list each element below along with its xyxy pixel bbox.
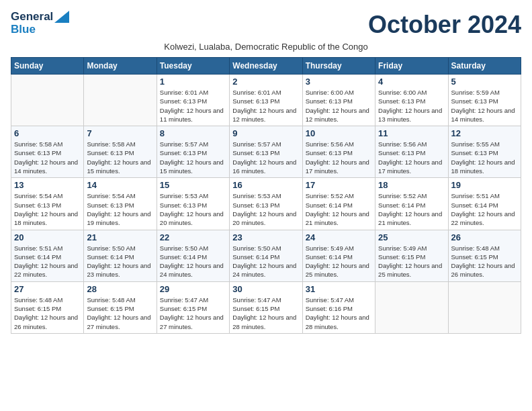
day-info: Sunrise: 5:57 AM Sunset: 6:13 PM Dayligh… bbox=[232, 140, 299, 175]
calendar-cell: 7Sunrise: 5:58 AM Sunset: 6:13 PM Daylig… bbox=[84, 126, 157, 178]
day-number: 16 bbox=[232, 180, 299, 190]
day-number: 4 bbox=[378, 77, 445, 87]
day-number: 8 bbox=[160, 128, 226, 138]
logo: General Blue bbox=[11, 11, 69, 36]
calendar-cell: 1Sunrise: 6:01 AM Sunset: 6:13 PM Daylig… bbox=[157, 75, 229, 126]
day-info: Sunrise: 5:54 AM Sunset: 6:13 PM Dayligh… bbox=[14, 191, 81, 227]
calendar-week-row: 27Sunrise: 5:48 AM Sunset: 6:15 PM Dayli… bbox=[11, 281, 521, 333]
day-info: Sunrise: 5:47 AM Sunset: 6:15 PM Dayligh… bbox=[232, 295, 299, 331]
day-number: 17 bbox=[306, 180, 372, 190]
day-number: 10 bbox=[306, 128, 372, 138]
calendar-body: 1Sunrise: 6:01 AM Sunset: 6:13 PM Daylig… bbox=[11, 75, 521, 334]
day-number: 31 bbox=[306, 284, 372, 294]
calendar-cell: 10Sunrise: 5:56 AM Sunset: 6:13 PM Dayli… bbox=[302, 126, 375, 178]
day-info: Sunrise: 6:01 AM Sunset: 6:13 PM Dayligh… bbox=[160, 88, 226, 124]
weekday-header-cell: Tuesday bbox=[157, 58, 229, 75]
day-info: Sunrise: 5:47 AM Sunset: 6:15 PM Dayligh… bbox=[160, 295, 226, 331]
calendar-table: SundayMondayTuesdayWednesdayThursdayFrid… bbox=[11, 57, 521, 334]
calendar-cell: 24Sunrise: 5:49 AM Sunset: 6:14 PM Dayli… bbox=[302, 230, 375, 281]
calendar-cell: 30Sunrise: 5:47 AM Sunset: 6:15 PM Dayli… bbox=[230, 281, 302, 333]
day-info: Sunrise: 6:00 AM Sunset: 6:13 PM Dayligh… bbox=[378, 88, 445, 124]
day-number: 14 bbox=[87, 180, 153, 190]
day-number: 1 bbox=[160, 77, 226, 87]
calendar-cell: 3Sunrise: 6:00 AM Sunset: 6:13 PM Daylig… bbox=[302, 75, 375, 126]
svg-marker-0 bbox=[54, 11, 69, 23]
calendar-cell: 11Sunrise: 5:56 AM Sunset: 6:13 PM Dayli… bbox=[375, 126, 448, 178]
day-info: Sunrise: 5:49 AM Sunset: 6:15 PM Dayligh… bbox=[378, 244, 445, 279]
calendar-cell bbox=[375, 281, 448, 333]
day-info: Sunrise: 5:50 AM Sunset: 6:14 PM Dayligh… bbox=[160, 244, 226, 279]
day-info: Sunrise: 5:52 AM Sunset: 6:14 PM Dayligh… bbox=[378, 191, 445, 227]
day-info: Sunrise: 5:47 AM Sunset: 6:16 PM Dayligh… bbox=[306, 295, 372, 331]
calendar-cell: 23Sunrise: 5:50 AM Sunset: 6:14 PM Dayli… bbox=[230, 230, 302, 281]
calendar-cell: 20Sunrise: 5:51 AM Sunset: 6:14 PM Dayli… bbox=[11, 230, 84, 281]
calendar-cell: 4Sunrise: 6:00 AM Sunset: 6:13 PM Daylig… bbox=[375, 75, 448, 126]
weekday-header-cell: Monday bbox=[84, 58, 157, 75]
day-info: Sunrise: 5:52 AM Sunset: 6:14 PM Dayligh… bbox=[306, 191, 372, 227]
calendar-cell: 25Sunrise: 5:49 AM Sunset: 6:15 PM Dayli… bbox=[375, 230, 448, 281]
calendar-cell: 17Sunrise: 5:52 AM Sunset: 6:14 PM Dayli… bbox=[302, 178, 375, 230]
day-number: 28 bbox=[87, 284, 153, 294]
day-number: 5 bbox=[451, 77, 518, 87]
calendar-cell: 6Sunrise: 5:58 AM Sunset: 6:13 PM Daylig… bbox=[11, 126, 84, 178]
day-info: Sunrise: 5:50 AM Sunset: 6:14 PM Dayligh… bbox=[232, 244, 299, 279]
calendar-cell: 31Sunrise: 5:47 AM Sunset: 6:16 PM Dayli… bbox=[302, 281, 375, 333]
page-header: General Blue October 2024 bbox=[11, 11, 521, 39]
calendar-week-row: 1Sunrise: 6:01 AM Sunset: 6:13 PM Daylig… bbox=[11, 75, 521, 126]
day-number: 9 bbox=[232, 128, 299, 138]
calendar-cell: 27Sunrise: 5:48 AM Sunset: 6:15 PM Dayli… bbox=[11, 281, 84, 333]
day-info: Sunrise: 5:51 AM Sunset: 6:14 PM Dayligh… bbox=[451, 191, 518, 227]
day-info: Sunrise: 5:49 AM Sunset: 6:14 PM Dayligh… bbox=[306, 244, 372, 279]
month-title: October 2024 bbox=[368, 11, 521, 39]
day-info: Sunrise: 5:56 AM Sunset: 6:13 PM Dayligh… bbox=[306, 140, 372, 175]
weekday-header-cell: Saturday bbox=[448, 58, 521, 75]
day-number: 18 bbox=[378, 180, 445, 190]
weekday-header-cell: Thursday bbox=[302, 58, 375, 75]
calendar-cell: 5Sunrise: 5:59 AM Sunset: 6:13 PM Daylig… bbox=[448, 75, 521, 126]
day-info: Sunrise: 5:55 AM Sunset: 6:13 PM Dayligh… bbox=[451, 140, 518, 175]
weekday-header-row: SundayMondayTuesdayWednesdayThursdayFrid… bbox=[11, 58, 521, 75]
day-info: Sunrise: 5:51 AM Sunset: 6:14 PM Dayligh… bbox=[14, 244, 81, 279]
day-info: Sunrise: 5:48 AM Sunset: 6:15 PM Dayligh… bbox=[451, 244, 518, 279]
day-info: Sunrise: 5:56 AM Sunset: 6:13 PM Dayligh… bbox=[378, 140, 445, 175]
day-info: Sunrise: 5:48 AM Sunset: 6:15 PM Dayligh… bbox=[87, 295, 153, 331]
calendar-cell: 18Sunrise: 5:52 AM Sunset: 6:14 PM Dayli… bbox=[375, 178, 448, 230]
day-number: 30 bbox=[232, 284, 299, 294]
calendar-cell: 13Sunrise: 5:54 AM Sunset: 6:13 PM Dayli… bbox=[11, 178, 84, 230]
calendar-cell: 29Sunrise: 5:47 AM Sunset: 6:15 PM Dayli… bbox=[157, 281, 229, 333]
day-number: 7 bbox=[87, 128, 153, 138]
calendar-cell: 2Sunrise: 6:01 AM Sunset: 6:13 PM Daylig… bbox=[230, 75, 302, 126]
day-info: Sunrise: 5:53 AM Sunset: 6:13 PM Dayligh… bbox=[160, 191, 226, 227]
logo-blue-text: Blue bbox=[11, 24, 69, 36]
calendar-cell: 19Sunrise: 5:51 AM Sunset: 6:14 PM Dayli… bbox=[448, 178, 521, 230]
day-number: 12 bbox=[451, 128, 518, 138]
day-info: Sunrise: 5:58 AM Sunset: 6:13 PM Dayligh… bbox=[87, 140, 153, 175]
day-info: Sunrise: 5:54 AM Sunset: 6:13 PM Dayligh… bbox=[87, 191, 153, 227]
calendar-week-row: 13Sunrise: 5:54 AM Sunset: 6:13 PM Dayli… bbox=[11, 178, 521, 230]
calendar-cell: 8Sunrise: 5:57 AM Sunset: 6:13 PM Daylig… bbox=[157, 126, 229, 178]
day-number: 29 bbox=[160, 284, 226, 294]
calendar-cell: 21Sunrise: 5:50 AM Sunset: 6:14 PM Dayli… bbox=[84, 230, 157, 281]
day-info: Sunrise: 5:57 AM Sunset: 6:13 PM Dayligh… bbox=[160, 140, 226, 175]
day-info: Sunrise: 6:00 AM Sunset: 6:13 PM Dayligh… bbox=[306, 88, 372, 124]
day-info: Sunrise: 5:53 AM Sunset: 6:13 PM Dayligh… bbox=[232, 191, 299, 227]
day-number: 22 bbox=[160, 232, 226, 242]
day-number: 27 bbox=[14, 284, 81, 294]
weekday-header-cell: Friday bbox=[375, 58, 448, 75]
calendar-cell: 15Sunrise: 5:53 AM Sunset: 6:13 PM Dayli… bbox=[157, 178, 229, 230]
day-number: 21 bbox=[87, 232, 153, 242]
day-number: 19 bbox=[451, 180, 518, 190]
day-number: 3 bbox=[306, 77, 372, 87]
day-number: 20 bbox=[14, 232, 81, 242]
calendar-cell: 9Sunrise: 5:57 AM Sunset: 6:13 PM Daylig… bbox=[230, 126, 302, 178]
day-number: 6 bbox=[14, 128, 81, 138]
logo-icon bbox=[54, 11, 69, 23]
calendar-cell: 12Sunrise: 5:55 AM Sunset: 6:13 PM Dayli… bbox=[448, 126, 521, 178]
day-number: 2 bbox=[232, 77, 299, 87]
day-info: Sunrise: 6:01 AM Sunset: 6:13 PM Dayligh… bbox=[232, 88, 299, 124]
calendar-cell: 14Sunrise: 5:54 AM Sunset: 6:13 PM Dayli… bbox=[84, 178, 157, 230]
calendar-week-row: 20Sunrise: 5:51 AM Sunset: 6:14 PM Dayli… bbox=[11, 230, 521, 281]
day-number: 24 bbox=[306, 232, 372, 242]
calendar-cell bbox=[84, 75, 157, 126]
calendar-cell bbox=[448, 281, 521, 333]
